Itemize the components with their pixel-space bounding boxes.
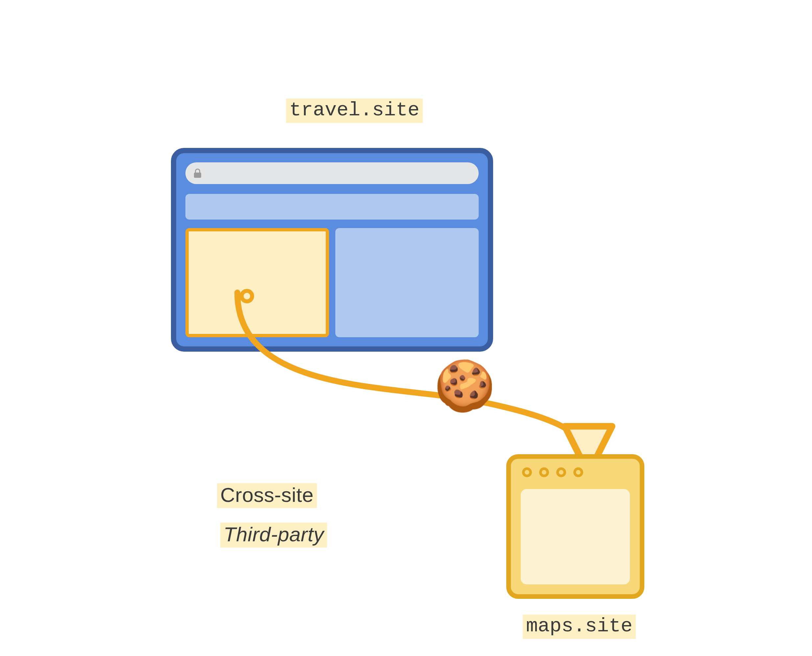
connection-origin-dot (240, 289, 254, 303)
server-window-dots (522, 467, 583, 477)
window-dot (539, 467, 549, 477)
lock-icon (194, 169, 201, 178)
label-third-party: Third-party (220, 523, 327, 548)
server-content-area (521, 489, 630, 584)
window-dot (556, 467, 566, 477)
server-window (506, 454, 644, 599)
window-dot (573, 467, 583, 477)
label-top-site: travel.site (286, 99, 423, 123)
window-dot (522, 467, 532, 477)
cookie-icon: 🍪 (434, 365, 496, 414)
browser-header-bar (185, 194, 479, 220)
browser-side-panel (335, 228, 479, 337)
url-bar (185, 162, 479, 184)
embedded-iframe-panel (185, 228, 329, 337)
label-cross-site: Cross-site (217, 483, 317, 508)
browser-window (171, 148, 493, 352)
label-bottom-site: maps.site (523, 614, 636, 639)
